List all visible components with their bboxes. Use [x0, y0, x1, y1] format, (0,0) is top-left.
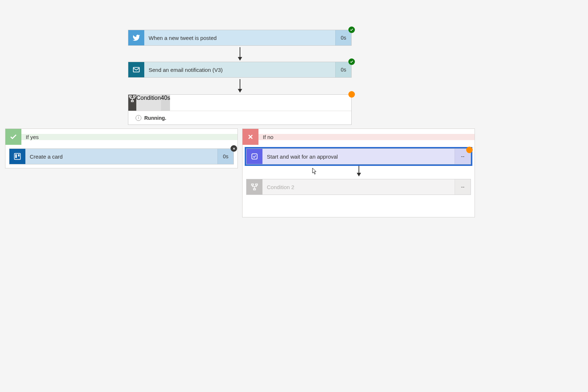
approval-step[interactable]: Start and wait for an approval -- [246, 148, 471, 164]
email-label: Send an email notification (V3) [144, 62, 335, 77]
success-badge-icon [348, 58, 355, 65]
approval-icon [247, 149, 262, 164]
trello-label: Create a card [25, 149, 218, 164]
approval-label: Start and wait for an approval [262, 149, 455, 164]
check-icon [5, 129, 21, 145]
condition2-duration: -- [455, 179, 471, 195]
svg-rect-14 [253, 189, 256, 190]
condition-status-text: Running. [144, 115, 166, 121]
no-branch-header[interactable]: If no [243, 129, 475, 145]
svg-rect-5 [15, 154, 17, 158]
trello-duration: 0s [218, 149, 233, 164]
success-badge-icon [348, 26, 355, 33]
cursor-icon [312, 168, 317, 175]
condition-duration: 40s [161, 95, 170, 111]
condition2-step[interactable]: Condition 2 -- [246, 179, 471, 195]
trigger-step[interactable]: When a new tweet is posted 0s [128, 30, 352, 46]
svg-rect-6 [18, 154, 20, 156]
svg-rect-12 [252, 184, 254, 185]
condition-status-row: i Running. [128, 111, 351, 124]
mail-icon [128, 62, 144, 77]
svg-rect-13 [256, 184, 258, 185]
yes-branch-label: If yes [21, 134, 237, 140]
running-badge-icon [466, 147, 473, 153]
condition-icon [247, 179, 262, 195]
no-branch-label: If no [258, 134, 475, 140]
trello-step[interactable]: Create a card 0s [9, 148, 234, 164]
trello-icon [9, 149, 25, 164]
no-branch: If no Start and wait for an approval -- [242, 128, 475, 217]
connector-arrow-icon [240, 79, 240, 92]
svg-rect-3 [131, 101, 133, 102]
condition-step[interactable]: Condition 40s i Running. [128, 94, 352, 125]
yes-branch: If yes Create a card 0s [5, 128, 238, 168]
svg-rect-11 [252, 154, 257, 159]
connector-arrow-icon [359, 166, 359, 176]
twitter-icon [128, 30, 144, 45]
condition-icon [128, 95, 136, 111]
error-badge-icon [231, 145, 237, 152]
svg-rect-2 [133, 96, 136, 97]
email-duration: 0s [335, 62, 351, 77]
condition-label: Condition [136, 95, 161, 111]
svg-rect-1 [129, 96, 132, 97]
running-badge-icon [348, 91, 355, 98]
x-icon [243, 129, 258, 145]
connector-arrow-icon [240, 47, 240, 60]
yes-branch-header[interactable]: If yes [5, 129, 237, 145]
email-step[interactable]: Send an email notification (V3) 0s [128, 62, 352, 78]
flow-canvas: When a new tweet is posted 0s Send an em… [0, 0, 588, 392]
condition2-label: Condition 2 [262, 179, 455, 195]
info-icon: i [136, 115, 141, 121]
trigger-label: When a new tweet is posted [144, 30, 335, 45]
trigger-duration: 0s [335, 30, 351, 45]
